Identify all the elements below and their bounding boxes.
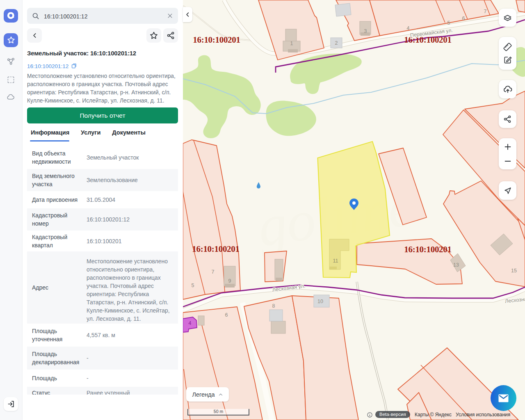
svg-text:5: 5 <box>447 20 450 26</box>
svg-text:2: 2 <box>335 40 338 46</box>
svg-text:13: 13 <box>453 262 459 268</box>
svg-text:10: 10 <box>317 299 323 304</box>
svg-text:9: 9 <box>228 278 231 284</box>
svg-text:4: 4 <box>407 25 410 31</box>
svg-text:6: 6 <box>225 312 228 318</box>
svg-text:4: 4 <box>189 320 192 326</box>
svg-text:7: 7 <box>212 269 215 275</box>
svg-text:1: 1 <box>290 41 293 46</box>
svg-text:11: 11 <box>333 258 338 264</box>
svg-text:5: 5 <box>192 283 194 288</box>
svg-text:15: 15 <box>511 268 517 274</box>
svg-text:6: 6 <box>462 16 465 21</box>
svg-text:16:10:100201: 16:10:100201 <box>192 244 239 254</box>
svg-text:8: 8 <box>272 303 275 309</box>
svg-text:16:10:100201: 16:10:100201 <box>193 35 240 45</box>
svg-text:16:10:100201: 16:10:100201 <box>404 244 451 254</box>
svg-text:3: 3 <box>364 28 367 34</box>
svg-text:7: 7 <box>484 9 487 14</box>
